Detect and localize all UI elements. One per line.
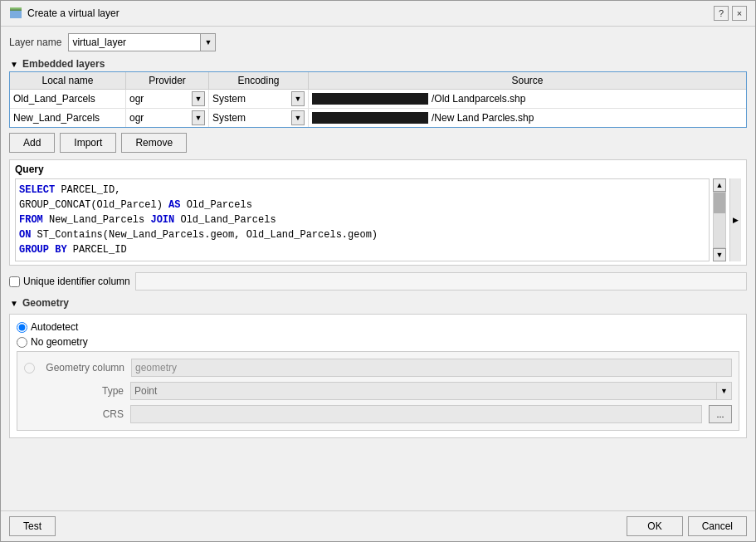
type-combo: ▼	[130, 382, 732, 400]
provider-dropdown-1[interactable]: ▼	[192, 91, 205, 106]
type-dropdown-btn: ▼	[716, 383, 731, 399]
dialog-footer: Test OK Cancel	[1, 510, 755, 541]
identifier-row: Unique identifier column	[9, 272, 747, 291]
encoding-input-2[interactable]	[212, 112, 291, 124]
geometry-column-row: Geometry column	[24, 359, 732, 377]
cell-provider-1[interactable]: ▼	[126, 90, 209, 108]
no-geometry-radio[interactable]	[17, 337, 27, 348]
query-line-4: ON ST_Contains(New_Land_Parcels.geom, Ol…	[19, 227, 705, 242]
scroll-track	[713, 192, 726, 248]
encoding-combo-2[interactable]: ▼	[212, 110, 305, 125]
header-local-name: Local name	[10, 72, 126, 89]
source-redacted-1	[312, 93, 428, 105]
query-editor[interactable]: SELECT PARCEL_ID, GROUP_CONCAT(Old_Parce…	[15, 178, 710, 261]
svg-rect-1	[10, 7, 22, 11]
scroll-up-btn[interactable]: ▲	[713, 178, 726, 192]
geometry-header: ▼ Geometry	[9, 297, 747, 309]
encoding-dropdown-1[interactable]: ▼	[291, 91, 305, 106]
geometry-fields: Geometry column Type ▼ CRS ...	[17, 351, 739, 431]
type-row: Type ▼	[24, 382, 732, 400]
provider-dropdown-2[interactable]: ▼	[192, 110, 205, 125]
title-bar: Create a virtual layer ? ×	[1, 1, 755, 27]
layer-name-dropdown-btn[interactable]: ▼	[200, 34, 215, 51]
layer-name-combo[interactable]: ▼	[68, 33, 216, 51]
embedded-layer-buttons: Add Import Remove	[9, 133, 747, 153]
encoding-dropdown-2[interactable]: ▼	[291, 110, 305, 125]
create-virtual-layer-dialog: Create a virtual layer ? × Layer name ▼ …	[0, 0, 756, 542]
identifier-label: Unique identifier column	[23, 276, 130, 287]
geo-col-radio	[24, 363, 35, 374]
geometry-section: ▼ Geometry Autodetect No geometry	[9, 297, 747, 438]
dialog-body: Layer name ▼ ▼ Embedded layers Local nam…	[1, 27, 755, 510]
layer-name-input[interactable]	[69, 34, 200, 51]
crs-label: CRS	[41, 408, 124, 420]
right-sidebar: ▶	[729, 178, 741, 261]
footer-right-buttons: OK Cancel	[627, 516, 747, 536]
geometry-column-label: Geometry column	[41, 362, 124, 374]
scroll-thumb[interactable]	[714, 193, 725, 213]
local-name-input-2[interactable]	[13, 112, 122, 124]
cell-local-name-2[interactable]	[10, 109, 126, 127]
identifier-input[interactable]	[135, 272, 747, 291]
cell-encoding-1[interactable]: ▼	[209, 90, 309, 108]
geometry-collapse-btn[interactable]: ▼	[9, 298, 19, 308]
remove-button[interactable]: Remove	[121, 133, 187, 153]
geometry-column-input	[131, 359, 732, 377]
right-arrow[interactable]: ▶	[733, 216, 739, 224]
type-label: Type	[41, 385, 124, 397]
crs-browse-button: ...	[709, 405, 732, 423]
query-section: Query SELECT PARCEL_ID, GROUP_CONCAT(Old…	[9, 159, 747, 266]
header-source: Source	[309, 72, 746, 89]
no-geometry-option: No geometry	[17, 336, 739, 348]
add-button[interactable]: Add	[9, 133, 55, 153]
provider-input-1[interactable]	[129, 93, 192, 105]
cell-encoding-2[interactable]: ▼	[209, 109, 309, 127]
encoding-combo-1[interactable]: ▼	[212, 91, 305, 106]
query-line-5: GROUP BY PARCEL_ID	[19, 242, 705, 257]
embedded-layers-header: ▼ Embedded layers	[9, 58, 747, 70]
autodetect-radio[interactable]	[17, 322, 27, 333]
close-button[interactable]: ×	[732, 6, 747, 21]
cancel-button[interactable]: Cancel	[688, 516, 747, 536]
crs-row: CRS ...	[24, 405, 732, 423]
source-redacted-2	[312, 112, 428, 124]
type-input	[131, 384, 716, 398]
ok-button[interactable]: OK	[627, 516, 682, 536]
header-encoding: Encoding	[209, 72, 309, 89]
query-label: Query	[15, 164, 741, 175]
scroll-down-btn[interactable]: ▼	[713, 248, 726, 261]
cell-source-1: /Old Landparcels.shp	[309, 90, 746, 108]
local-name-input-1[interactable]	[13, 93, 122, 105]
geometry-body: Autodetect No geometry Geometry column	[9, 314, 747, 438]
no-geometry-label: No geometry	[31, 336, 88, 348]
autodetect-label: Autodetect	[31, 321, 78, 333]
cell-local-name-1[interactable]	[10, 90, 126, 108]
geometry-title: Geometry	[22, 297, 69, 309]
geo-radio-wrapper	[24, 363, 35, 374]
help-button[interactable]: ?	[714, 6, 729, 21]
identifier-checkbox-label: Unique identifier column	[9, 276, 130, 287]
source-text-2: /New Land Parcles.shp	[432, 112, 534, 124]
cell-provider-2[interactable]: ▼	[126, 109, 209, 127]
query-scrollbar: ▲ ▼	[713, 178, 726, 261]
embedded-layers-section: ▼ Embedded layers Local name Provider En…	[9, 58, 747, 153]
import-button[interactable]: Import	[60, 133, 116, 153]
encoding-input-1[interactable]	[212, 93, 291, 105]
crs-input	[130, 405, 702, 423]
identifier-checkbox[interactable]	[9, 276, 20, 287]
embedded-layers-title: Embedded layers	[22, 58, 105, 70]
provider-combo-2[interactable]: ▼	[129, 110, 205, 125]
autodetect-option: Autodetect	[17, 321, 739, 333]
test-button[interactable]: Test	[9, 516, 56, 536]
embedded-layers-collapse-btn[interactable]: ▼	[9, 59, 19, 69]
layer-icon	[9, 7, 22, 20]
provider-combo-1[interactable]: ▼	[129, 91, 205, 106]
source-text-1: /Old Landparcels.shp	[432, 93, 525, 105]
cell-source-2: /New Land Parcles.shp	[309, 109, 746, 127]
query-line-3: FROM New_Land_Parcels JOIN Old_Land_Parc…	[19, 212, 705, 227]
provider-input-2[interactable]	[129, 112, 192, 124]
title-buttons: ? ×	[714, 6, 747, 21]
table-row: ▼ ▼ /Old Landparcels.shp	[10, 90, 746, 109]
svg-rect-0	[10, 10, 22, 18]
table-header: Local name Provider Encoding Source	[10, 72, 746, 90]
